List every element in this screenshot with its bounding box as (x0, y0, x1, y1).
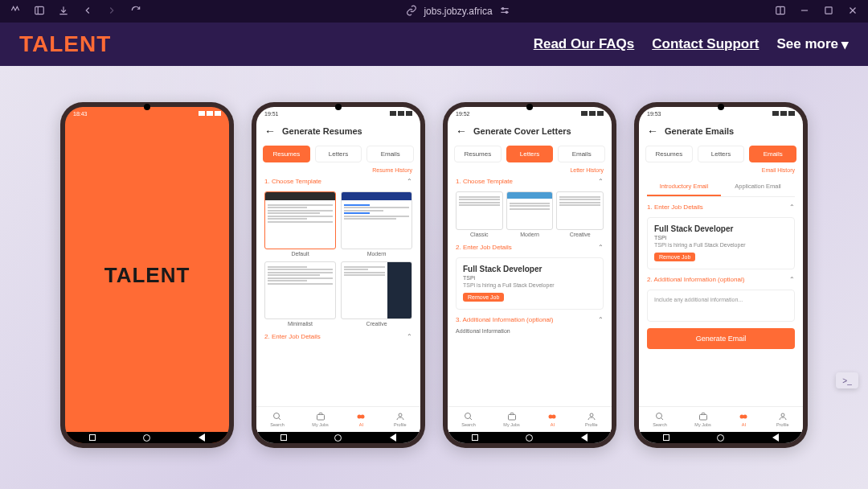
tab-resumes[interactable]: Resumes (263, 146, 310, 162)
download-icon[interactable] (58, 5, 69, 18)
nav-profile[interactable]: Profile (776, 412, 789, 427)
tab-letters[interactable]: Letters (698, 146, 745, 162)
chevron-up-icon[interactable]: ⌃ (598, 316, 604, 323)
tab-emails[interactable]: Emails (558, 146, 605, 162)
close-icon[interactable] (847, 5, 858, 18)
nav-myjobs[interactable]: My Jobs (503, 412, 519, 427)
svg-point-17 (399, 413, 402, 417)
svg-line-13 (279, 418, 281, 421)
nav-profile[interactable]: Profile (585, 412, 598, 427)
chevron-up-icon[interactable]: ⌃ (789, 276, 795, 283)
chevron-up-icon[interactable]: ⌃ (407, 178, 412, 185)
template-creative[interactable]: Creative (556, 191, 604, 237)
nav-ai[interactable]: AI (356, 412, 366, 427)
job-company: TSPi (463, 275, 596, 281)
section-job-details: 2. Enter Job Details (456, 244, 512, 251)
nav-profile[interactable]: Profile (394, 412, 407, 427)
nav-contact[interactable]: Contact Support (652, 36, 759, 52)
arc-icon[interactable] (10, 5, 21, 18)
svg-rect-26 (699, 415, 706, 421)
forward-icon[interactable] (106, 5, 117, 18)
template-modern[interactable]: Modern (506, 191, 554, 237)
reload-icon[interactable] (130, 5, 141, 18)
sidebar-icon[interactable] (34, 5, 45, 18)
remove-job-button[interactable]: Remove Job (654, 253, 695, 261)
history-link[interactable]: Letter History (448, 166, 612, 175)
minimize-icon[interactable] (799, 5, 810, 18)
back-icon[interactable]: ← (264, 125, 276, 138)
chevron-up-icon[interactable]: ⌃ (598, 178, 604, 185)
nav-see-more[interactable]: See more▾ (776, 36, 849, 53)
nav-search[interactable]: Search (461, 412, 475, 427)
history-link[interactable]: Email History (639, 166, 803, 175)
generate-email-button[interactable]: Generate Email (647, 328, 795, 349)
tab-resumes[interactable]: Resumes (645, 146, 693, 162)
subtab-intro[interactable]: Introductory Email (647, 178, 721, 196)
template-minimalist[interactable]: Minimalist (264, 261, 336, 327)
section-additional: 2. Additional Information (optional) (647, 276, 744, 283)
nav-search[interactable]: Search (270, 412, 284, 427)
content-area: 18:43 TALENT 19:51 ←Generate Resumes Res… (0, 66, 868, 489)
svg-point-29 (781, 413, 784, 417)
browser-chrome: jobs.jobzy.africa (0, 0, 868, 23)
nav-ai[interactable]: AI (739, 412, 748, 427)
job-title: Full Stack Developer (654, 224, 788, 233)
section-choose-template: 1. Choose Template (264, 178, 321, 185)
page-title: Generate Resumes (282, 126, 362, 136)
job-title: Full Stack Developer (463, 265, 596, 273)
site-logo[interactable]: TALENT (19, 31, 111, 57)
status-time: 19:51 (264, 111, 279, 117)
svg-rect-20 (508, 415, 515, 421)
nav-ai[interactable]: AI (547, 412, 557, 427)
tab-emails[interactable]: Emails (366, 146, 414, 162)
nav-faqs[interactable]: Read Our FAQs (534, 36, 635, 52)
chevron-up-icon[interactable]: ⌃ (407, 333, 412, 340)
remove-job-button[interactable]: Remove Job (463, 293, 504, 302)
template-classic[interactable]: Classic (456, 191, 503, 237)
phone-emails: 19:53 ←Generate Emails Resumes Letters E… (634, 102, 808, 448)
job-desc: TSPi is hiring a Full Stack Developer (654, 242, 788, 248)
tab-letters[interactable]: Letters (315, 146, 362, 162)
subtab-application[interactable]: Application Email (721, 178, 795, 196)
caret-down-icon: ▾ (841, 36, 849, 53)
phone-letters: 19:52 ←Generate Cover Letters Resumes Le… (443, 102, 616, 448)
status-time: 19:52 (456, 111, 470, 117)
nav-search[interactable]: Search (653, 412, 666, 427)
template-default[interactable]: Default (264, 191, 336, 257)
template-modern[interactable]: Modern (341, 191, 412, 257)
additional-label: Additional Information (448, 327, 612, 335)
tab-resumes[interactable]: Resumes (454, 146, 502, 162)
maximize-icon[interactable] (823, 5, 834, 18)
additional-info-input[interactable]: Include any additional information... (647, 290, 795, 322)
split-icon[interactable] (775, 5, 786, 18)
svg-point-16 (361, 415, 365, 419)
back-icon[interactable] (82, 5, 93, 18)
svg-point-23 (590, 413, 593, 417)
back-icon[interactable]: ← (456, 125, 467, 138)
history-link[interactable]: Resume History (256, 166, 420, 175)
job-company: TSPi (654, 235, 788, 240)
back-icon[interactable]: ← (647, 125, 658, 138)
svg-point-12 (274, 413, 280, 419)
job-desc: TSPi is hiring a Full Stack Developer (463, 282, 596, 288)
svg-point-22 (552, 415, 556, 419)
tab-letters[interactable]: Letters (506, 146, 554, 162)
template-creative[interactable]: Creative (341, 261, 412, 327)
tune-icon[interactable] (499, 5, 510, 18)
svg-line-19 (470, 418, 473, 421)
tab-emails[interactable]: Emails (749, 146, 796, 162)
job-card: Full Stack Developer TSPi TSPi is hiring… (647, 217, 795, 269)
svg-rect-0 (35, 6, 44, 14)
url-display[interactable]: jobs.jobzy.africa (424, 6, 492, 17)
nav-myjobs[interactable]: My Jobs (694, 412, 710, 427)
section-additional: 3. Additional Information (optional) (456, 316, 553, 323)
section-choose-template: 1. Choose Template (456, 178, 513, 185)
chevron-up-icon[interactable]: ⌃ (789, 203, 795, 211)
svg-rect-14 (317, 415, 324, 421)
status-time: 18:43 (73, 111, 88, 117)
chevron-up-icon[interactable]: ⌃ (598, 244, 604, 251)
svg-rect-9 (825, 6, 832, 13)
nav-myjobs[interactable]: My Jobs (312, 412, 328, 427)
terminal-fab[interactable]: >_ (836, 372, 858, 388)
section-job-details: 1. Enter Job Details (647, 203, 703, 211)
